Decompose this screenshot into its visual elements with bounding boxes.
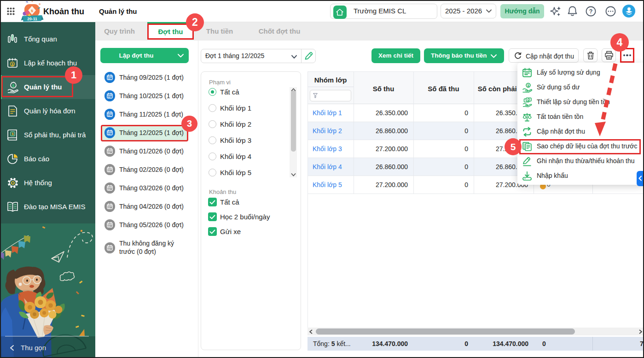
svg-text:?: ?	[589, 8, 593, 15]
svg-text:$: $	[31, 9, 33, 13]
svg-text:$: $	[12, 83, 14, 88]
svg-text:20-11: 20-11	[27, 17, 37, 21]
svg-text:$: $	[12, 132, 14, 136]
